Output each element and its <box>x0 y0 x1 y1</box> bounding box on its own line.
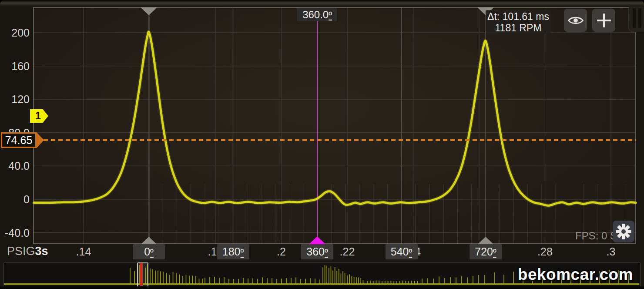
degree-symbol: º <box>409 247 413 257</box>
degree-symbol: º <box>241 247 244 257</box>
settings-button[interactable] <box>613 221 634 242</box>
degree-marker-720[interactable]: 720º <box>470 244 502 259</box>
degree-symbol: º <box>325 247 328 257</box>
minimap-viewport-selector[interactable] <box>137 262 148 288</box>
delta-t-readout: Δt: 101.61 ms 1181 RPM <box>486 10 551 34</box>
degree-marker-180[interactable]: 180º <box>217 244 249 259</box>
timebase-label: 3s <box>35 245 48 258</box>
waveform-glow <box>34 32 636 205</box>
watermark-text: bekomcar.com <box>518 265 633 284</box>
degree-marker-540[interactable]: 540º <box>386 244 418 259</box>
x-tick-label: .3 <box>596 245 626 258</box>
degree-symbol: º <box>150 247 154 257</box>
cycle-marker-top-triangle[interactable] <box>141 7 157 15</box>
eye-icon <box>568 15 584 26</box>
x-tick-label: .22 <box>332 245 362 258</box>
fps-status: FPS: 0 S <box>557 230 617 242</box>
scope-app: 20016012080.040.00-40.0 74.65 1 .14.16.1… <box>0 0 644 289</box>
degree-marker-0[interactable]: 0º <box>133 244 165 259</box>
cycle-marker-bottom-triangle[interactable] <box>478 237 493 244</box>
waveform-trace[interactable] <box>34 32 636 205</box>
threshold-cursor-line[interactable] <box>44 139 636 141</box>
side-panel-handle[interactable] <box>628 4 644 32</box>
handle-ridge <box>638 8 641 28</box>
visibility-button[interactable] <box>564 9 587 32</box>
threshold-value-box[interactable]: 74.65 <box>1 132 37 148</box>
handle-ridge <box>633 8 636 28</box>
unit-psig: PSIG <box>7 245 35 258</box>
x-tick-label: .14 <box>68 245 99 258</box>
plus-icon <box>596 12 612 29</box>
cycle-marker-bottom-triangle[interactable] <box>141 237 157 244</box>
phase-cursor-label[interactable]: 360.0º <box>297 8 337 21</box>
gear-icon <box>614 222 633 241</box>
x-tick-label: .28 <box>530 245 560 258</box>
add-channel-button[interactable] <box>592 9 615 32</box>
degree-symbol: º <box>493 247 496 257</box>
recording-overview-strip[interactable]: bekomcar.com <box>3 262 641 287</box>
channel-unit-label: PSIG3s <box>7 245 48 258</box>
degree-marker-360[interactable]: 360º <box>301 244 333 259</box>
x-tick-label: .2 <box>266 245 297 258</box>
degree-symbol: º <box>329 10 332 20</box>
rpm-value: 1181 RPM <box>486 22 551 34</box>
minimap-position-marker[interactable] <box>140 263 143 286</box>
screen-bezel-bottom <box>0 286 644 289</box>
screen-bezel-top <box>0 0 644 7</box>
phase-cursor-triangle[interactable] <box>309 236 325 244</box>
delta-t-value: Δt: 101.61 ms <box>486 11 551 22</box>
threshold-arrow-icon <box>37 132 44 148</box>
